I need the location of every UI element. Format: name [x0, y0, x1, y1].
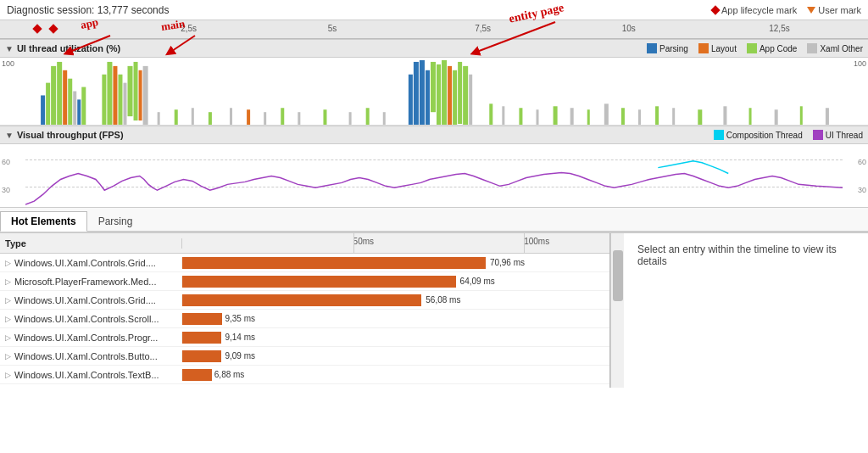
- lifecycle-label: App lifecycle mark: [721, 5, 797, 15]
- svg-rect-8: [81, 87, 86, 125]
- marker-diamond-1: [32, 24, 42, 33]
- expand-arrow-1[interactable]: ▷: [5, 277, 11, 286]
- bar-ms-1: 64,09 ms: [460, 277, 495, 286]
- svg-rect-12: [118, 75, 122, 125]
- table-row[interactable]: ▷ Windows.UI.Xaml.Controls.Butto... 9,09…: [0, 347, 609, 366]
- row-label-6: Windows.UI.Xaml.Controls.TextB...: [14, 370, 159, 380]
- parsing-color: [647, 43, 657, 53]
- row-bar-0: 70,96 ms: [182, 254, 609, 271]
- row-bar-6: 6,88 ms: [182, 366, 609, 383]
- svg-rect-18: [158, 112, 160, 125]
- scrollbar-thumb[interactable]: [613, 250, 623, 301]
- layout-label: Layout: [711, 44, 737, 53]
- row-label-4: Windows.UI.Xaml.Controls.Progr...: [14, 333, 158, 343]
- ui-thread-chart[interactable]: 100 100: [0, 58, 868, 126]
- row-bar-5: 9,09 ms: [182, 347, 609, 365]
- svg-rect-45: [519, 108, 522, 125]
- row-type-6: ▷ Windows.UI.Xaml.Controls.TextB...: [0, 370, 182, 380]
- svg-rect-10: [107, 62, 112, 125]
- row-bar-2: 56,08 ms: [182, 291, 609, 309]
- composition-legend: Composition Thread: [714, 130, 803, 140]
- bar-fill-0: [182, 257, 486, 269]
- tab-hot-elements[interactable]: Hot Elements: [0, 211, 87, 232]
- ruler-100ms: 100ms: [524, 237, 549, 246]
- timeline-ruler[interactable]: 2,5s 5s 7,5s 10s 12,5s app main entity p…: [0, 20, 868, 39]
- ruler-label-5s: 5s: [328, 24, 337, 33]
- ui-thread-fps-legend: UI Thread: [813, 130, 863, 140]
- svg-rect-4: [63, 70, 67, 125]
- svg-rect-19: [175, 109, 178, 125]
- expand-arrow-3[interactable]: ▷: [5, 315, 11, 323]
- svg-rect-53: [655, 106, 659, 125]
- bar-ms-6: 6,88 ms: [214, 370, 245, 379]
- table-row[interactable]: ▷ Microsoft.PlayerFramework.Med... 64,09…: [0, 272, 609, 291]
- expand-arrow-6[interactable]: ▷: [5, 371, 11, 379]
- parsing-legend: Parsing: [647, 43, 688, 53]
- svg-rect-32: [414, 62, 419, 125]
- svg-rect-3: [57, 62, 62, 125]
- usermark-legend: User mark: [807, 5, 861, 15]
- ruler-label-10s: 10s: [622, 24, 636, 33]
- details-panel: Select an entry within the timeline to v…: [624, 233, 868, 388]
- details-panel-container: Select an entry within the timeline to v…: [624, 233, 868, 388]
- svg-rect-40: [458, 62, 462, 124]
- collapse-icon-ui[interactable]: ▼: [5, 44, 14, 53]
- row-type-1: ▷ Microsoft.PlayerFramework.Med...: [0, 277, 182, 287]
- table-row[interactable]: ▷ Windows.UI.Xaml.Controls.Grid.... 70,9…: [0, 254, 609, 272]
- fps-y-30: 30: [2, 186, 24, 194]
- svg-rect-1: [46, 83, 50, 125]
- ui-thread-header: ▼ UI thread utilization (%) Parsing Layo…: [0, 39, 868, 58]
- svg-rect-35: [431, 62, 436, 112]
- svg-rect-27: [323, 109, 326, 125]
- table-row[interactable]: ▷ Windows.UI.Xaml.Controls.Scroll... 9,3…: [0, 310, 609, 328]
- expand-arrow-0[interactable]: ▷: [5, 259, 11, 267]
- ruler-track: 2,5s 5s 7,5s 10s 12,5s: [25, 20, 843, 38]
- scrollbar[interactable]: [610, 233, 624, 388]
- row-type-3: ▷ Windows.UI.Xaml.Controls.Scroll...: [0, 314, 182, 324]
- expand-arrow-2[interactable]: ▷: [5, 296, 11, 305]
- ruler-50ms: 50ms: [353, 237, 374, 246]
- fps-chart[interactable]: 60 30 60 30: [0, 144, 868, 208]
- table-row[interactable]: ▷ Windows.UI.Xaml.Controls.Progr... 9,14…: [0, 328, 609, 347]
- svg-rect-2: [51, 66, 56, 125]
- table-container: Type 50ms 100ms ▷ Windows.UI.Xaml.Contro…: [0, 232, 868, 388]
- svg-rect-36: [437, 64, 441, 125]
- fps-y-60: 60: [2, 158, 24, 166]
- col-type-header: Type: [0, 238, 182, 249]
- usermark-label: User mark: [818, 5, 861, 15]
- row-type-2: ▷ Windows.UI.Xaml.Controls.Grid....: [0, 295, 182, 305]
- svg-rect-41: [463, 66, 468, 125]
- fps-header: ▼ Visual throughput (FPS) Composition Th…: [0, 126, 868, 144]
- legend-area: App lifecycle mark User mark: [712, 5, 861, 15]
- col-bar-header: 50ms 100ms: [182, 233, 609, 253]
- expand-arrow-4[interactable]: ▷: [5, 333, 11, 342]
- svg-rect-11: [113, 66, 117, 125]
- collapse-icon-fps[interactable]: ▼: [5, 131, 14, 140]
- appcode-label: App Code: [760, 44, 797, 53]
- ruler-tick-100: [524, 233, 525, 253]
- bar-fill-2: [182, 294, 421, 306]
- appcode-color: [747, 43, 757, 53]
- triangle-icon: [807, 7, 815, 14]
- ui-thread-y-right: 100: [843, 58, 868, 125]
- table-row[interactable]: ▷ Windows.UI.Xaml.Controls.Grid.... 56,0…: [0, 291, 609, 310]
- svg-rect-55: [698, 109, 702, 125]
- svg-rect-57: [749, 108, 752, 125]
- composition-label: Composition Thread: [726, 131, 803, 140]
- svg-rect-38: [448, 66, 452, 125]
- table-row[interactable]: ▷ Windows.UI.Xaml.Controls.TextB... 6,88…: [0, 366, 609, 384]
- svg-rect-39: [453, 70, 457, 125]
- table-body: ▷ Windows.UI.Xaml.Controls.Grid.... 70,9…: [0, 254, 609, 388]
- table-row[interactable]: ▷ Windows.UI.Xaml.Internal.!TextB... 3,5…: [0, 384, 609, 388]
- svg-rect-28: [349, 112, 352, 125]
- bar-fill-3: [182, 313, 222, 325]
- svg-rect-58: [775, 109, 778, 125]
- svg-rect-30: [383, 112, 386, 125]
- expand-arrow-5[interactable]: ▷: [5, 352, 11, 361]
- svg-rect-52: [638, 109, 641, 125]
- svg-rect-21: [209, 112, 212, 125]
- svg-rect-23: [247, 109, 250, 125]
- tab-parsing[interactable]: Parsing: [87, 211, 144, 231]
- table-header: Type 50ms 100ms: [0, 233, 609, 254]
- svg-rect-17: [143, 66, 148, 125]
